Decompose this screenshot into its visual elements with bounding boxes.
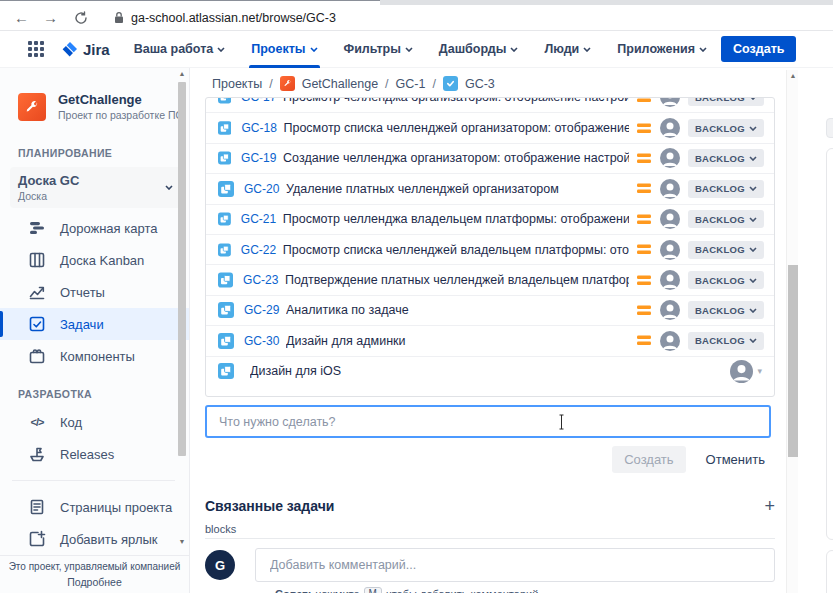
cutoff-panel <box>826 148 833 540</box>
issue-row[interactable]: GC-17 Просмотр челленджа организатором: … <box>206 97 774 112</box>
issue-title[interactable]: Аналитика по задаче <box>286 303 629 317</box>
scroll-up-icon[interactable]: ▲ <box>789 72 797 80</box>
nav-filters[interactable]: Фильтры <box>344 31 413 68</box>
assignee-avatar[interactable] <box>660 240 680 260</box>
chevron-down-icon <box>310 47 318 52</box>
status-badge[interactable]: BACKLOG <box>688 332 764 350</box>
breadcrumb-project[interactable]: GetChallenge <box>302 77 378 91</box>
issue-row[interactable]: GC-30 Дизайн для админки BACKLOG <box>206 325 774 355</box>
nav-apps[interactable]: Приложения <box>617 31 707 68</box>
issue-key[interactable]: GC-18 <box>241 121 283 135</box>
create-issue-input[interactable] <box>205 405 771 438</box>
issue-title[interactable]: Просмотр списка челленджей организатором… <box>283 121 628 135</box>
breadcrumb-projects[interactable]: Проекты <box>212 77 262 91</box>
child-issues-panel: GC-17 Просмотр челленджа организатором: … <box>205 97 775 397</box>
nav-people[interactable]: Люди <box>544 31 591 68</box>
scroll-up-icon[interactable]: ▲ <box>178 70 186 78</box>
sidebar-item-kanban-board[interactable]: Доска Kanban <box>0 244 189 276</box>
wrench-icon <box>283 79 292 88</box>
sidebar-item-releases[interactable]: Releases <box>0 438 189 470</box>
status-badge[interactable]: BACKLOG <box>688 97 764 106</box>
issue-title[interactable]: Удаление платных челленджей организаторо… <box>286 182 629 196</box>
back-icon[interactable]: ← <box>14 9 29 26</box>
sidebar-item-add-shortcut[interactable]: Добавить ярлык <box>0 523 189 555</box>
jira-logo[interactable]: Jira <box>60 40 110 59</box>
sidebar-item-label: Компоненты <box>60 349 135 364</box>
assignee-avatar[interactable] <box>660 97 680 107</box>
issue-key[interactable]: GC-20 <box>244 182 286 196</box>
assignee-avatar[interactable] <box>660 209 680 229</box>
scrollbar-thumb[interactable] <box>788 265 798 457</box>
scrollbar-thumb[interactable] <box>178 82 186 456</box>
assignee-avatar[interactable] <box>660 118 680 138</box>
nav-your-work[interactable]: Ваша работа <box>134 31 226 68</box>
issue-title[interactable]: Подтверждение платных челленджей владель… <box>285 273 629 287</box>
issue-title[interactable]: Просмотр челленджа владельцем платформы:… <box>283 212 629 226</box>
status-badge[interactable]: BACKLOG <box>688 301 764 319</box>
app-switcher-icon[interactable] <box>28 41 44 57</box>
sidebar-item-reports[interactable]: Отчеты <box>0 276 189 308</box>
issue-key[interactable]: GC-21 <box>241 212 283 226</box>
board-subtitle: Доска <box>18 190 79 202</box>
sidebar-item-code[interactable]: </> Код <box>0 406 189 438</box>
assignee-avatar[interactable] <box>660 300 680 320</box>
status-badge[interactable]: BACKLOG <box>688 210 764 228</box>
issue-key[interactable]: GC-30 <box>244 334 286 348</box>
issue-title[interactable]: Просмотр челленджа организатором: отобра… <box>283 97 629 104</box>
nav-projects[interactable]: Проекты <box>251 31 317 68</box>
issue-title[interactable]: Создание челленджа организатором: отобра… <box>283 151 629 165</box>
issue-key[interactable]: GC-22 <box>241 243 283 257</box>
sidebar-scrollbar[interactable]: ▲ ▼ <box>177 68 187 555</box>
status-badge[interactable]: BACKLOG <box>688 119 764 137</box>
issue-row[interactable]: GC-23 Подтверждение платных челленджей в… <box>206 264 774 294</box>
forward-icon[interactable]: → <box>43 9 58 26</box>
issue-row[interactable]: GC-22 Просмотр списка челленджей владель… <box>206 234 774 264</box>
project-avatar <box>18 93 46 121</box>
issue-key[interactable]: GC-17 <box>241 97 283 104</box>
issue-title[interactable]: Дизайн для админки <box>286 334 629 348</box>
status-badge[interactable]: BACKLOG <box>688 149 764 167</box>
assignee-avatar[interactable] <box>660 148 680 168</box>
status-badge[interactable]: BACKLOG <box>688 271 764 289</box>
board-switcher[interactable]: Доска GC Доска <box>10 167 181 208</box>
sidebar-item-project-pages[interactable]: Страницы проекта <box>0 491 189 523</box>
issue-key[interactable]: GC-29 <box>244 303 286 317</box>
issue-row[interactable]: GC-18 Просмотр списка челленджей организ… <box>206 112 774 142</box>
issue-title[interactable]: Дизайн для iOS <box>250 364 730 378</box>
assignee-avatar[interactable] <box>660 270 680 290</box>
issue-row[interactable]: GC-19 Создание челленджа организатором: … <box>206 143 774 173</box>
issue-row[interactable]: GC-29 Аналитика по задаче BACKLOG <box>206 295 774 325</box>
status-badge[interactable]: BACKLOG <box>688 241 764 259</box>
assignee-avatar[interactable] <box>730 360 753 383</box>
current-user-avatar[interactable]: G <box>205 550 235 580</box>
nav-dashboards[interactable]: Дашборды <box>439 31 519 68</box>
status-badge[interactable]: BACKLOG <box>688 180 764 198</box>
sidebar-item-issues[interactable]: Задачи <box>0 308 189 340</box>
issue-row[interactable]: GC-21 Просмотр челленджа владельцем плат… <box>206 204 774 234</box>
sidebar-item-roadmap[interactable]: Дорожная карта <box>0 212 189 244</box>
reload-icon[interactable] <box>74 11 88 25</box>
create-button[interactable]: Создать <box>721 36 796 62</box>
chevron-down-icon <box>699 47 707 52</box>
issue-key[interactable]: GC-23 <box>243 273 285 287</box>
assignee-avatar[interactable] <box>660 331 680 351</box>
scroll-down-icon[interactable]: ▼ <box>178 538 186 546</box>
assignee-avatar[interactable] <box>660 179 680 199</box>
breadcrumb-issue[interactable]: GC-3 <box>465 77 495 91</box>
add-link-icon[interactable]: + <box>764 499 775 513</box>
sidebar-item-components[interactable]: Компоненты <box>0 340 189 372</box>
issue-row[interactable]: GC-20 Удаление платных челленджей органи… <box>206 173 774 203</box>
breadcrumb-epic[interactable]: GC-1 <box>396 77 426 91</box>
issue-row-draft[interactable]: Дизайн для iOS ▾ <box>206 356 774 386</box>
url-text[interactable]: ga-school.atlassian.net/browse/GC-3 <box>131 11 336 25</box>
issue-key[interactable]: GC-19 <box>241 151 283 165</box>
issue-title[interactable]: Просмотр списка челленджей владельцем пл… <box>283 243 629 257</box>
chevron-down-icon <box>510 47 518 52</box>
sidebar-item-label: Дорожная карта <box>60 221 157 236</box>
learn-more-link[interactable]: Подробнее <box>0 576 189 588</box>
subtask-icon <box>218 272 233 288</box>
composer-cancel-button[interactable]: Отменить <box>696 446 775 473</box>
comment-input[interactable] <box>255 548 775 582</box>
main-scrollbar[interactable]: ▲ <box>786 70 798 593</box>
composer-create-button[interactable]: Создать <box>612 446 685 473</box>
